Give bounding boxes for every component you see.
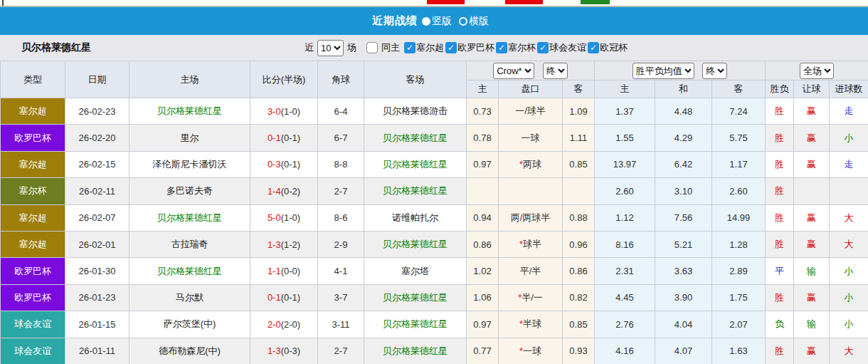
competition-label: 塞尔超 bbox=[416, 41, 444, 54]
col-handicap-away: 客 bbox=[563, 80, 595, 98]
lose-odds: 1.63 bbox=[712, 338, 766, 364]
match-date: 26-02-20 bbox=[65, 125, 129, 151]
home-team[interactable]: 德布勒森尼(中) bbox=[159, 345, 221, 356]
clipped-green-button[interactable] bbox=[581, 0, 610, 4]
result-goals: 小 bbox=[830, 258, 868, 284]
away-team[interactable]: 诺维帕扎尔 bbox=[392, 212, 438, 223]
handicap-away-odds: 0.86 bbox=[563, 258, 595, 284]
match-count-select[interactable]: 10 bbox=[317, 40, 344, 56]
result-goals: 大 bbox=[830, 338, 868, 364]
handicap-line: 两/两球半 bbox=[499, 204, 563, 231]
table-row: 欧罗巴杯 26-02-20 里尔 0-1(0-1) 6-7 贝尔格莱德红星 0.… bbox=[1, 125, 868, 151]
score-cell: 1-1(0-0) bbox=[250, 258, 318, 284]
layout-radio[interactable] bbox=[422, 17, 430, 26]
handicap-home-odds: 0.97 bbox=[467, 311, 499, 338]
home-team[interactable]: 贝尔格莱德红星 bbox=[157, 105, 222, 116]
result-handicap: 赢 bbox=[794, 98, 830, 125]
fulltime-score: 0-1 bbox=[268, 292, 281, 303]
competition-checkbox[interactable]: ✓ bbox=[445, 42, 457, 53]
competition-checkbox[interactable]: ✓ bbox=[588, 42, 599, 53]
corners: 6-7 bbox=[318, 125, 364, 151]
home-team[interactable]: 萨尔茨堡(中) bbox=[164, 318, 216, 329]
win-odds: 2.31 bbox=[595, 258, 655, 284]
same-home-label: 同主 bbox=[381, 41, 400, 54]
home-team[interactable]: 里尔 bbox=[181, 132, 199, 143]
result-wdl: 胜 bbox=[766, 204, 794, 231]
competition-checkbox[interactable]: ✓ bbox=[496, 42, 507, 53]
score-cell: 0-3(0-1) bbox=[250, 151, 318, 177]
result-handicap: 赢 bbox=[794, 151, 830, 177]
home-team[interactable]: 贝尔格莱德红星 bbox=[157, 266, 222, 276]
same-home-checkbox[interactable] bbox=[366, 42, 378, 53]
match-date: 26-02-11 bbox=[65, 178, 129, 204]
result-goals bbox=[830, 178, 868, 204]
handicap-away-odds bbox=[563, 178, 595, 204]
handicap-home-odds: 0.78 bbox=[467, 125, 499, 151]
corners: 2-7 bbox=[318, 178, 364, 204]
fulltime-score: 5-0 bbox=[268, 212, 281, 223]
handicap-line: *半/一 bbox=[499, 284, 563, 311]
lose-odds: 2.89 bbox=[712, 258, 766, 284]
draw-odds: 6.42 bbox=[655, 151, 712, 177]
result-wdl: 胜 bbox=[766, 125, 794, 151]
away-team[interactable]: 塞尔塔 bbox=[401, 266, 429, 276]
halftime-score: (0-1) bbox=[281, 292, 300, 303]
halftime-score: (0-1) bbox=[281, 132, 300, 143]
handicap-line: *半球 bbox=[499, 311, 563, 338]
col-type: 类型 bbox=[1, 61, 65, 98]
lose-odds: 1.75 bbox=[712, 284, 766, 311]
result-goals: 大 bbox=[830, 231, 868, 257]
competition-badge: 欧罗巴杯 bbox=[1, 258, 65, 284]
layout-radio-label: 横版 bbox=[469, 15, 489, 28]
odds-state-select[interactable]: 终 bbox=[702, 63, 727, 79]
competition-label: 欧冠杯 bbox=[600, 41, 628, 54]
competition-checkbox[interactable]: ✓ bbox=[404, 42, 416, 53]
competition-badge: 球会友谊 bbox=[1, 311, 65, 338]
odds-average-select[interactable]: 胜平负均值 bbox=[633, 63, 694, 79]
scope-select[interactable]: 全场 bbox=[800, 63, 834, 79]
table-row: 欧罗巴杯 26-01-30 贝尔格莱德红星 1-1(0-0) 4-1 塞尔塔 1… bbox=[1, 258, 868, 284]
top-clipped-strip bbox=[0, 0, 868, 7]
home-team[interactable]: 贝尔格莱德红星 bbox=[157, 212, 222, 223]
lose-odds: 7.24 bbox=[712, 98, 766, 125]
score-cell: 0-1(0-1) bbox=[250, 284, 318, 311]
away-team[interactable]: 贝尔格莱德红星 bbox=[383, 132, 448, 143]
competition-badge: 塞尔超 bbox=[1, 231, 65, 257]
result-handicap: 输 bbox=[794, 258, 830, 284]
corners: 2-7 bbox=[318, 338, 364, 364]
result-wdl: 平 bbox=[766, 258, 794, 284]
lose-odds: 2.60 bbox=[712, 178, 766, 204]
match-date: 26-01-15 bbox=[65, 311, 129, 338]
away-team[interactable]: 贝尔格莱德红星 bbox=[383, 318, 448, 329]
match-date: 26-02-15 bbox=[65, 151, 129, 177]
competition-checkbox[interactable]: ✓ bbox=[537, 42, 549, 53]
home-team[interactable]: 马尔默 bbox=[176, 292, 203, 303]
bookmaker-state-select[interactable]: 终 bbox=[543, 63, 568, 79]
away-team[interactable]: 贝尔格莱德红星 bbox=[383, 239, 448, 249]
away-team[interactable]: 贝尔格莱德游击 bbox=[383, 105, 448, 116]
filter-bar: 贝尔格莱德红星 近 10 场 同主 ✓塞尔超✓欧罗巴杯✓塞尔杯✓球会友谊✓欧冠杯 bbox=[0, 35, 868, 61]
draw-odds: 4.04 bbox=[655, 311, 712, 338]
home-team[interactable]: 古拉瑞奇 bbox=[171, 239, 208, 249]
result-wdl: 胜 bbox=[766, 338, 794, 364]
bookmaker-select[interactable]: Crow* bbox=[493, 63, 534, 79]
competition-label: 欧罗巴杯 bbox=[457, 41, 494, 54]
clipped-red-button[interactable] bbox=[427, 0, 465, 4]
result-wdl: 胜 bbox=[766, 284, 794, 311]
away-team[interactable]: 贝尔格莱德红星 bbox=[383, 345, 448, 356]
clipped-red-button[interactable] bbox=[505, 0, 543, 4]
fulltime-score: 3-0 bbox=[268, 106, 281, 117]
away-team[interactable]: 贝尔格莱德红星 bbox=[383, 292, 448, 303]
competition-badge: 塞尔超 bbox=[1, 98, 65, 125]
lose-odds: 1.17 bbox=[712, 151, 766, 177]
layout-radio[interactable] bbox=[459, 17, 467, 26]
table-row: 塞尔超 26-02-15 泽伦斯尼卡潘切沃 0-3(0-1) 8-8 贝尔格莱德… bbox=[1, 151, 868, 177]
home-team[interactable]: 泽伦斯尼卡潘切沃 bbox=[153, 159, 227, 170]
away-team[interactable]: 贝尔格莱德红星 bbox=[383, 185, 448, 196]
col-handicap-home: 主 bbox=[467, 80, 499, 98]
lose-odds: 1.28 bbox=[712, 231, 766, 257]
competition-label: 塞尔杯 bbox=[508, 41, 536, 54]
home-team[interactable]: 多巴诺夫奇 bbox=[166, 185, 213, 196]
result-goals: 大 bbox=[830, 204, 868, 231]
away-team[interactable]: 贝尔格莱德红星 bbox=[383, 159, 448, 170]
